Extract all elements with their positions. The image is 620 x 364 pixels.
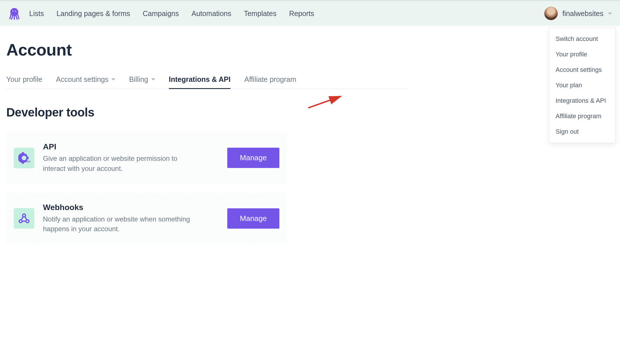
- nav-lists[interactable]: Lists: [29, 9, 44, 18]
- nav-items: Lists Landing pages & forms Campaigns Au…: [29, 9, 544, 18]
- svg-point-0: [10, 8, 18, 16]
- svg-point-2: [15, 11, 16, 12]
- svg-point-1: [12, 11, 13, 12]
- manage-webhooks-button[interactable]: Manage: [227, 208, 279, 229]
- webhooks-icon: [14, 208, 34, 229]
- avatar: [544, 7, 558, 20]
- card-body: API Give an application or website permi…: [43, 142, 219, 174]
- nav-campaigns[interactable]: Campaigns: [143, 9, 179, 18]
- nav-landing-pages[interactable]: Landing pages & forms: [56, 9, 130, 18]
- logo[interactable]: [8, 7, 21, 20]
- dropdown-affiliate-program[interactable]: Affiliate program: [549, 108, 615, 124]
- developer-tools-list: API API Give an application or website p…: [6, 132, 287, 244]
- user-name: finalwebsites: [562, 9, 603, 18]
- tab-label: Billing: [129, 75, 148, 84]
- card-body: Webhooks Notify an application or websit…: [43, 203, 219, 234]
- dropdown-switch-account[interactable]: Switch account: [549, 31, 615, 47]
- card-description: Give an application or website permissio…: [43, 154, 198, 174]
- chevron-down-icon: [151, 78, 155, 80]
- page-title: Account: [6, 40, 409, 59]
- tab-your-profile[interactable]: Your profile: [6, 75, 42, 89]
- tab-label: Affiliate program: [244, 75, 296, 84]
- chevron-down-icon: [111, 78, 115, 80]
- user-menu-trigger[interactable]: finalwebsites: [544, 7, 612, 20]
- manage-api-button[interactable]: Manage: [227, 148, 279, 168]
- dropdown-your-profile[interactable]: Your profile: [549, 47, 615, 62]
- tab-integrations-api[interactable]: Integrations & API: [169, 75, 231, 89]
- card-api: API API Give an application or website p…: [6, 132, 287, 184]
- card-title: API: [43, 142, 219, 151]
- tab-label: Your profile: [6, 75, 42, 84]
- tab-billing[interactable]: Billing: [129, 75, 155, 89]
- account-subtabs: Your profile Account settings Billing In…: [6, 75, 409, 89]
- api-icon: API: [14, 148, 34, 168]
- dropdown-sign-out[interactable]: Sign out: [549, 124, 615, 139]
- top-nav: Lists Landing pages & forms Campaigns Au…: [0, 0, 620, 26]
- tab-label: Account settings: [56, 75, 108, 84]
- nav-reports[interactable]: Reports: [289, 9, 314, 18]
- section-title: Developer tools: [6, 106, 409, 119]
- tab-affiliate-program[interactable]: Affiliate program: [244, 75, 296, 89]
- tab-account-settings[interactable]: Account settings: [56, 75, 115, 89]
- svg-point-5: [23, 214, 25, 217]
- chevron-down-icon: [608, 13, 612, 15]
- card-description: Notify an application or website when so…: [43, 214, 198, 234]
- dropdown-account-settings[interactable]: Account settings: [549, 62, 615, 78]
- card-title: Webhooks: [43, 203, 219, 212]
- card-webhooks: Webhooks Notify an application or websit…: [6, 193, 287, 245]
- tab-label: Integrations & API: [169, 75, 231, 84]
- page-content: Account Your profile Account settings Bi…: [0, 26, 415, 244]
- dropdown-your-plan[interactable]: Your plan: [549, 78, 615, 93]
- nav-automations[interactable]: Automations: [191, 9, 231, 18]
- nav-templates[interactable]: Templates: [244, 9, 277, 18]
- user-dropdown: Switch account Your profile Account sett…: [549, 27, 615, 143]
- dropdown-integrations-api[interactable]: Integrations & API: [549, 93, 615, 108]
- svg-text:API: API: [26, 160, 30, 163]
